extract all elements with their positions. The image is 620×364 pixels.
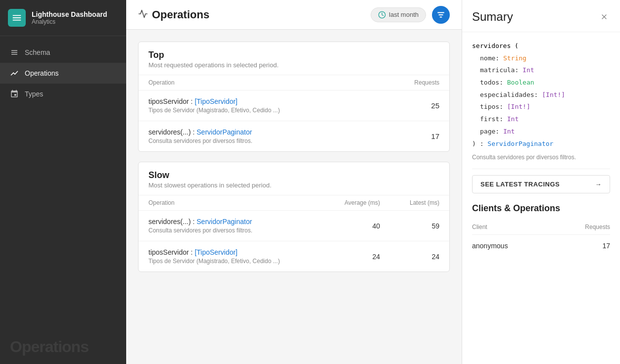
slow-latest-2: 24 — [410, 253, 439, 261]
slow-col-operation: Operation — [148, 199, 175, 206]
schema-description: Consulta servidores por diversos filtros… — [472, 154, 610, 161]
op-desc-2: Consulta servidores por diversos filtros… — [148, 137, 431, 144]
schema-field-tipos: tipos: [Int!] — [480, 101, 610, 113]
topbar: Operations last month — [126, 0, 462, 30]
client-requests: 17 — [602, 242, 610, 250]
sidebar-label-schema: Schema — [25, 48, 50, 56]
divider — [472, 169, 610, 169]
top-operations-card: Top Most requested operations in selecte… — [138, 42, 450, 152]
app-logo — [8, 9, 26, 27]
slow-op-name-2: tiposServidor — [148, 248, 189, 256]
clock-icon — [378, 11, 386, 19]
clients-table-row: anonymous 17 — [472, 235, 610, 257]
slow-op-desc-2: Tipos de Servidor (Magistrado, Efetivo, … — [148, 258, 350, 265]
types-icon — [10, 90, 19, 98]
slow-op-desc-1: Consulta servidores por diversos filtros… — [148, 227, 350, 234]
schema-field-especialidades: especialidades: [Int!] — [480, 89, 610, 101]
op-sep-1: : — [189, 97, 195, 105]
clients-table-header: Client Requests — [472, 220, 610, 235]
main-content: Operations last month Top Most requested… — [126, 0, 462, 364]
content-area: Top Most requested operations in selecte… — [126, 30, 462, 364]
sidebar-header: Lighthouse Dashboard Analytics — [0, 0, 126, 36]
filter-icon — [436, 10, 445, 19]
sidebar: Lighthouse Dashboard Analytics Schema Op… — [0, 0, 126, 364]
sidebar-item-schema[interactable]: Schema — [0, 42, 126, 63]
close-icon — [600, 13, 608, 21]
table-row: servidores(...) : ServidorPaginator Cons… — [139, 211, 449, 241]
slow-col-latest: Latest (ms) — [410, 199, 439, 206]
schema-return-type[interactable]: ServidorPaginator — [487, 140, 553, 147]
schema-block: servidores ( nome: String matricula: Int… — [472, 40, 610, 150]
app-subtitle: Analytics — [32, 18, 107, 25]
slow-op-link-2[interactable]: [TipoServidor] — [194, 248, 238, 256]
schema-field-page: page: Int — [480, 126, 610, 138]
slow-operations-card: Slow Most slowest operations in selected… — [138, 162, 450, 272]
schema-field-matricula: matricula: Int — [480, 64, 610, 77]
panel-header: Sumary — [462, 0, 620, 32]
op-desc-1: Tipos de Servidor (Magistrado, Efetivo, … — [148, 107, 431, 114]
top-table-header: Operation Requests — [139, 75, 449, 91]
table-row: servidores(...) : ServidorPaginator Cons… — [139, 121, 449, 151]
activity-icon — [138, 9, 148, 21]
see-tracings-button[interactable]: SEE LATEST TRACINGS → — [472, 175, 610, 193]
slow-op-name-1: servidores — [148, 218, 181, 226]
op-count-1: 25 — [431, 101, 439, 110]
sidebar-label-operations: Operations — [25, 69, 58, 77]
slow-card-title: Slow — [148, 170, 439, 181]
sidebar-label-types: Types — [25, 90, 43, 98]
schema-icon — [10, 48, 19, 57]
panel-title: Sumary — [472, 10, 513, 24]
col-client: Client — [472, 224, 487, 230]
schema-field-todos: todos: Boolean — [480, 77, 610, 89]
time-range-label: last month — [389, 11, 419, 18]
operations-icon — [10, 69, 19, 78]
slow-avg-2: 24 — [350, 253, 380, 261]
schema-field-nome: nome: String — [480, 52, 610, 65]
sidebar-item-operations[interactable]: Operations — [0, 63, 126, 84]
slow-op-link-1[interactable]: ServidorPaginator — [196, 218, 252, 226]
clients-title: Clients & Operations — [472, 203, 610, 214]
time-range-button[interactable]: last month — [371, 7, 426, 22]
sidebar-item-types[interactable]: Types — [0, 84, 126, 104]
op-count-2: 17 — [431, 132, 439, 140]
app-name: Lighthouse Dashboard — [32, 10, 107, 18]
close-button[interactable] — [598, 11, 610, 23]
col-requests: Requests — [414, 79, 439, 86]
slow-avg-1: 40 — [350, 222, 380, 230]
slow-card-subtitle: Most slowest operations in selected peri… — [148, 182, 439, 189]
filter-button[interactable] — [432, 6, 450, 24]
page-title: Operations — [152, 8, 371, 21]
op-params-2: (...) — [181, 128, 191, 136]
sidebar-nav: Schema Operations Types — [0, 36, 126, 330]
slow-latest-1: 59 — [410, 222, 439, 230]
top-card-subtitle: Most requested operations in selected pe… — [148, 61, 439, 69]
col-requests: Requests — [585, 224, 610, 230]
table-row: tiposServidor : [TipoServidor] Tipos de … — [139, 241, 449, 272]
op-name-2: servidores — [148, 128, 181, 136]
panel-body: servidores ( nome: String matricula: Int… — [462, 32, 620, 265]
schema-field-first: first: Int — [480, 113, 610, 126]
right-panel: Sumary servidores ( nome: String matricu… — [462, 0, 620, 364]
op-link-1[interactable]: [TipoServidor] — [194, 97, 238, 105]
client-name: anonymous — [472, 242, 508, 250]
op-link-2[interactable]: ServidorPaginator — [196, 128, 252, 136]
schema-root: servidores ( — [472, 40, 610, 52]
schema-close-line: ) : ServidorPaginator — [472, 138, 610, 150]
slow-col-average: Average (ms) — [344, 199, 380, 206]
slow-table-header: Operation Average (ms) Latest (ms) — [139, 195, 449, 211]
col-operation: Operation — [148, 79, 175, 86]
sidebar-watermark: Operations — [0, 330, 126, 364]
table-row: tiposServidor : [TipoServidor] Tipos de … — [139, 91, 449, 121]
op-name-1: tiposServidor — [148, 97, 189, 105]
top-card-title: Top — [148, 50, 439, 60]
